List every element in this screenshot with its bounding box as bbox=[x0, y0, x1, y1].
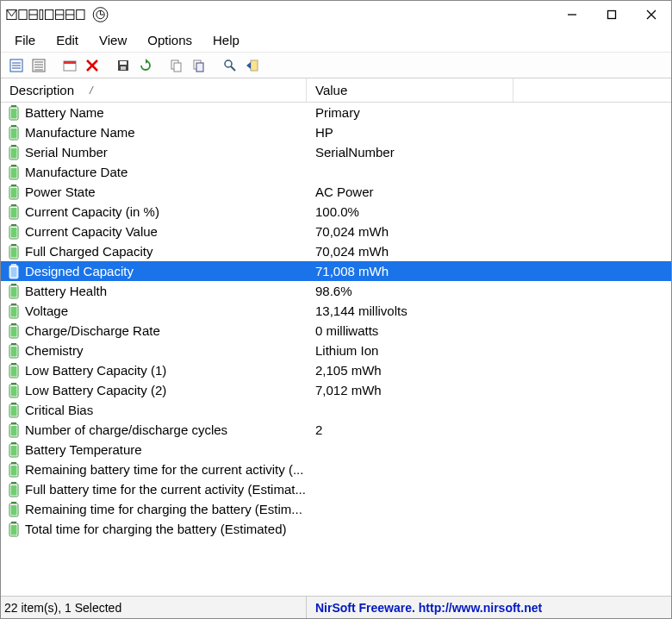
row-description-cell: Remaining time for charging the battery … bbox=[1, 502, 307, 517]
table-row[interactable]: Low Battery Capacity (1)2,105 mWh bbox=[1, 360, 671, 380]
table-row[interactable]: Number of charge/discharge cycles2 bbox=[1, 420, 671, 440]
row-description-text: Manufacture Date bbox=[25, 165, 128, 179]
row-value-cell: 2,105 mWh bbox=[307, 363, 513, 378]
table-row[interactable]: Voltage13,144 millivolts bbox=[1, 301, 671, 321]
row-value-text: 70,024 mWh bbox=[315, 244, 389, 259]
svg-rect-41 bbox=[196, 63, 203, 72]
data-list[interactable]: Battery NamePrimaryManufacture NameHPSer… bbox=[1, 103, 671, 596]
row-value-text: 71,008 mWh bbox=[315, 264, 389, 278]
maximize-button[interactable] bbox=[592, 1, 632, 28]
svg-rect-75 bbox=[11, 287, 17, 297]
row-value-cell: HP bbox=[307, 125, 513, 140]
row-description-text: Manufacture Name bbox=[25, 125, 135, 140]
table-row[interactable]: Battery Temperature bbox=[1, 440, 671, 460]
svg-point-42 bbox=[225, 60, 232, 67]
row-description-text: Number of charge/discharge cycles bbox=[25, 422, 227, 437]
row-description-cell: Manufacture Date bbox=[1, 165, 307, 180]
row-value-cell: 70,024 mWh bbox=[307, 224, 513, 239]
row-description-text: Chemistry bbox=[25, 343, 84, 358]
row-description-text: Full battery time for the current activi… bbox=[25, 482, 306, 497]
column-header-description[interactable]: Description / bbox=[1, 78, 307, 102]
svg-rect-90 bbox=[11, 386, 17, 397]
svg-rect-54 bbox=[11, 148, 17, 159]
table-row[interactable]: Charge/Discharge Rate0 milliwatts bbox=[1, 321, 671, 341]
row-description-cell: Voltage bbox=[1, 303, 307, 319]
row-value-text: AC Power bbox=[315, 184, 374, 199]
table-row[interactable]: Manufacture Date bbox=[1, 162, 671, 182]
toolbar-properties-icon[interactable] bbox=[59, 55, 80, 76]
toolbar-details-view-icon[interactable] bbox=[6, 55, 27, 76]
table-row[interactable]: Manufacture NameHP bbox=[1, 122, 671, 142]
table-row[interactable]: Remaining battery time for the current a… bbox=[1, 460, 671, 479]
toolbar-delete-icon[interactable] bbox=[82, 55, 103, 76]
row-description-cell: Number of charge/discharge cycles bbox=[1, 422, 307, 438]
svg-rect-63 bbox=[11, 208, 17, 218]
table-row[interactable]: Designed Capacity71,008 mWh bbox=[1, 261, 671, 281]
minimize-button[interactable] bbox=[552, 1, 592, 28]
row-value-text: 70,024 mWh bbox=[315, 224, 389, 239]
svg-rect-81 bbox=[11, 327, 17, 337]
table-row[interactable]: Full Charged Capacity70,024 mWh bbox=[1, 241, 671, 261]
table-row[interactable]: Remaining time for charging the battery … bbox=[1, 499, 671, 519]
table-row[interactable]: Serial NumberSerialNumber bbox=[1, 142, 671, 162]
menubar: File Edit View Options Help bbox=[1, 28, 671, 53]
table-row[interactable]: Full battery time for the current activi… bbox=[1, 479, 671, 499]
table-row[interactable]: Current Capacity Value70,024 mWh bbox=[1, 222, 671, 241]
svg-rect-78 bbox=[11, 307, 17, 317]
row-value-cell: 71,008 mWh bbox=[307, 264, 513, 278]
toolbar-exit-icon[interactable] bbox=[242, 55, 263, 76]
toolbar-copy-icon[interactable] bbox=[166, 55, 187, 76]
menu-help[interactable]: Help bbox=[204, 31, 248, 49]
svg-rect-99 bbox=[11, 446, 17, 456]
row-value-cell: 98.6% bbox=[307, 284, 513, 298]
toolbar-save-icon[interactable] bbox=[113, 55, 134, 76]
row-description-cell: Charge/Discharge Rate bbox=[1, 323, 307, 339]
menu-file[interactable]: File bbox=[6, 31, 44, 49]
row-description-text: Battery Temperature bbox=[25, 442, 142, 457]
menu-options[interactable]: Options bbox=[139, 31, 201, 49]
toolbar-copy-all-icon[interactable] bbox=[189, 55, 209, 76]
svg-rect-31 bbox=[64, 61, 76, 64]
table-row[interactable]: Low Battery Capacity (2)7,012 mWh bbox=[1, 380, 671, 400]
menu-view[interactable]: View bbox=[90, 31, 135, 49]
row-value-text: 2,105 mWh bbox=[315, 363, 382, 378]
toolbar-list-view-icon[interactable] bbox=[28, 55, 49, 76]
table-row[interactable]: Critical Bias bbox=[1, 400, 671, 420]
status-credits-link[interactable]: NirSoft Freeware. http://www.nirsoft.net bbox=[307, 597, 671, 618]
svg-rect-35 bbox=[120, 61, 127, 65]
menu-edit[interactable]: Edit bbox=[47, 31, 87, 49]
titlebar-left bbox=[6, 6, 118, 23]
row-description-cell: Manufacture Name bbox=[1, 125, 307, 141]
svg-rect-69 bbox=[11, 247, 17, 258]
svg-rect-44 bbox=[251, 60, 258, 71]
row-value-text: 0 milliwatts bbox=[315, 323, 378, 338]
row-description-text: Low Battery Capacity (1) bbox=[25, 363, 166, 378]
row-description-cell: Low Battery Capacity (2) bbox=[1, 383, 307, 398]
table-row[interactable]: ChemistryLithium Ion bbox=[1, 341, 671, 360]
toolbar bbox=[1, 53, 671, 78]
svg-rect-87 bbox=[11, 366, 17, 377]
svg-rect-51 bbox=[11, 128, 17, 139]
table-row[interactable]: Current Capacity (in %)100.0% bbox=[1, 202, 671, 222]
row-description-text: Remaining battery time for the current a… bbox=[25, 462, 303, 477]
svg-rect-57 bbox=[11, 168, 17, 178]
svg-rect-60 bbox=[11, 188, 17, 198]
toolbar-find-icon[interactable] bbox=[220, 55, 240, 76]
column-header-spacer bbox=[513, 78, 671, 102]
row-description-cell: Battery Health bbox=[1, 284, 307, 299]
row-description-cell: Total time for charging the battery (Est… bbox=[1, 522, 307, 537]
svg-rect-12 bbox=[77, 9, 84, 19]
close-button[interactable] bbox=[632, 1, 671, 28]
app-logo bbox=[6, 6, 118, 23]
column-header-value[interactable]: Value bbox=[307, 78, 513, 102]
table-row[interactable]: Battery NamePrimary bbox=[1, 103, 671, 122]
row-description-text: Full Charged Capacity bbox=[25, 244, 152, 259]
toolbar-refresh-icon[interactable] bbox=[135, 55, 156, 76]
row-value-text: 13,144 millivolts bbox=[315, 303, 408, 318]
row-description-cell: Full battery time for the current activi… bbox=[1, 482, 307, 497]
row-value-cell: 100.0% bbox=[307, 204, 513, 219]
table-row[interactable]: Total time for charging the battery (Est… bbox=[1, 519, 671, 539]
row-description-text: Charge/Discharge Rate bbox=[25, 323, 160, 338]
table-row[interactable]: Power StateAC Power bbox=[1, 182, 671, 202]
table-row[interactable]: Battery Health98.6% bbox=[1, 281, 671, 301]
